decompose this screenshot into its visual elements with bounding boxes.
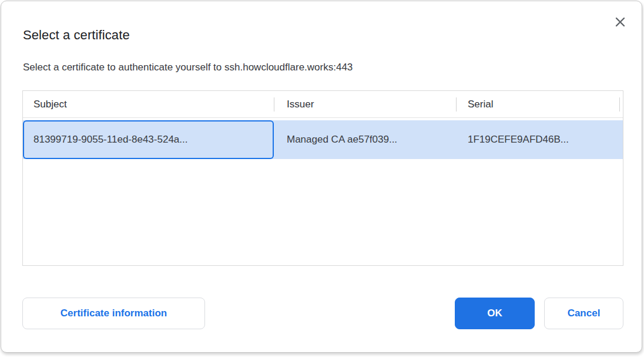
certificate-select-dialog: Select a certificate Select a certificat…: [1, 1, 642, 353]
cell-subject[interactable]: 81399719-9055-11ed-8e43-524a...: [23, 120, 274, 159]
certificate-table: Subject Issuer Serial 81399719-9055-11ed…: [22, 90, 623, 266]
table-header-row: Subject Issuer Serial: [23, 91, 623, 118]
cell-gutter: [619, 120, 623, 159]
cell-serial[interactable]: 1F19CEFE9AFD46B...: [456, 120, 619, 159]
column-header-subject[interactable]: Subject: [23, 91, 274, 117]
cancel-button[interactable]: Cancel: [544, 298, 623, 329]
cell-issuer[interactable]: Managed CA ae57f039...: [274, 120, 456, 159]
dialog-title: Select a certificate: [23, 28, 130, 43]
column-header-issuer[interactable]: Issuer: [274, 91, 456, 117]
certificate-information-button[interactable]: Certificate information: [22, 298, 205, 329]
close-button[interactable]: [612, 14, 628, 29]
ok-button[interactable]: OK: [455, 298, 535, 329]
close-icon: [615, 17, 625, 27]
column-header-scrollbar-gutter: [619, 91, 623, 117]
dialog-subtitle: Select a certificate to authenticate you…: [23, 62, 353, 73]
certificate-row[interactable]: 81399719-9055-11ed-8e43-524a... Managed …: [23, 120, 623, 159]
column-header-serial[interactable]: Serial: [456, 91, 619, 117]
